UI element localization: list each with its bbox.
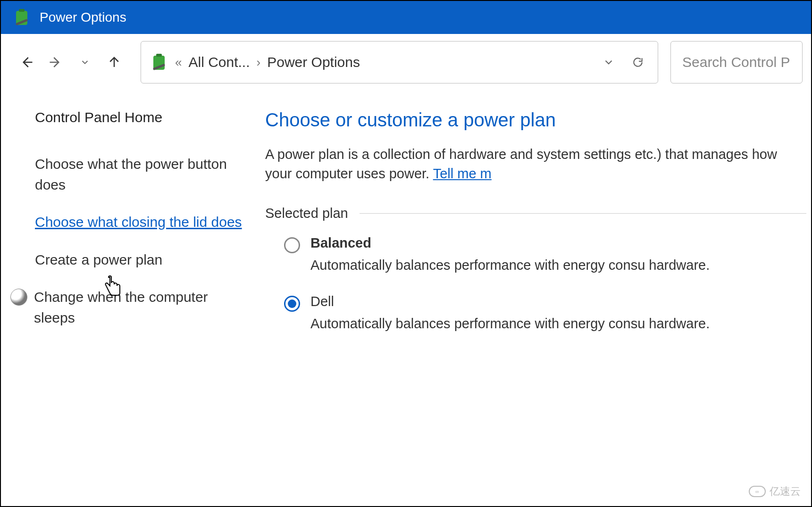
link-choose-closing-lid[interactable]: Choose what closing the lid does: [35, 212, 248, 233]
refresh-button[interactable]: [627, 51, 649, 74]
address-bar[interactable]: « All Cont... › Power Options: [141, 41, 658, 83]
chevron-left-icon[interactable]: «: [175, 55, 182, 70]
main-panel: Choose or customize a power plan A power…: [265, 109, 811, 352]
moon-icon: [10, 289, 27, 306]
page-heading: Choose or customize a power plan: [265, 109, 806, 131]
address-dropdown-button[interactable]: [597, 51, 620, 74]
selected-plan-text: Selected plan: [265, 206, 348, 221]
battery-icon: [12, 8, 31, 27]
sidebar: Control Panel Home Choose what the power…: [1, 109, 265, 352]
titlebar: Power Options: [1, 1, 811, 34]
battery-icon: [150, 53, 168, 72]
control-panel-home-link[interactable]: Control Panel Home: [35, 109, 248, 125]
chevron-right-icon[interactable]: ›: [257, 55, 261, 70]
selected-plan-label: Selected plan: [265, 206, 806, 221]
plan-description: Automatically balances performance with …: [310, 314, 710, 333]
svg-rect-3: [156, 54, 162, 57]
back-button[interactable]: [14, 50, 39, 75]
up-button[interactable]: [102, 50, 126, 75]
forward-button[interactable]: [43, 50, 68, 75]
watermark: ∞ 亿速云: [749, 484, 801, 499]
window-title: Power Options: [40, 10, 126, 25]
recent-dropdown-button[interactable]: [73, 50, 97, 75]
watermark-icon: ∞: [749, 486, 766, 497]
page-description: A power plan is a collection of hardware…: [265, 145, 806, 183]
link-choose-power-button[interactable]: Choose what the power button does: [35, 154, 248, 195]
search-input[interactable]: [681, 54, 792, 71]
link-change-sleep-label: Change when the computer sleeps: [34, 287, 248, 328]
link-create-power-plan[interactable]: Create a power plan: [35, 249, 248, 270]
nav-row: « All Cont... › Power Options: [1, 34, 811, 91]
link-change-sleep[interactable]: Change when the computer sleeps: [10, 287, 248, 328]
divider: [360, 213, 806, 214]
breadcrumb-level1[interactable]: All Cont...: [188, 54, 250, 70]
breadcrumb-level2[interactable]: Power Options: [267, 54, 360, 70]
plan-name[interactable]: Balanced: [310, 235, 710, 251]
plan-description: Automatically balances performance with …: [310, 256, 710, 275]
search-box[interactable]: [670, 41, 803, 83]
watermark-text: 亿速云: [770, 484, 801, 499]
plan-name[interactable]: Dell: [310, 294, 710, 309]
plan-dell: Dell Automatically balances performance …: [284, 294, 806, 333]
svg-rect-1: [19, 9, 25, 12]
tell-me-more-link[interactable]: Tell me m: [433, 166, 492, 181]
plan-balanced: Balanced Automatically balances performa…: [284, 235, 806, 275]
radio-dell[interactable]: [284, 296, 300, 312]
radio-balanced[interactable]: [284, 237, 300, 253]
description-text: A power plan is a collection of hardware…: [265, 147, 777, 181]
content-area: Control Panel Home Choose what the power…: [1, 91, 811, 352]
